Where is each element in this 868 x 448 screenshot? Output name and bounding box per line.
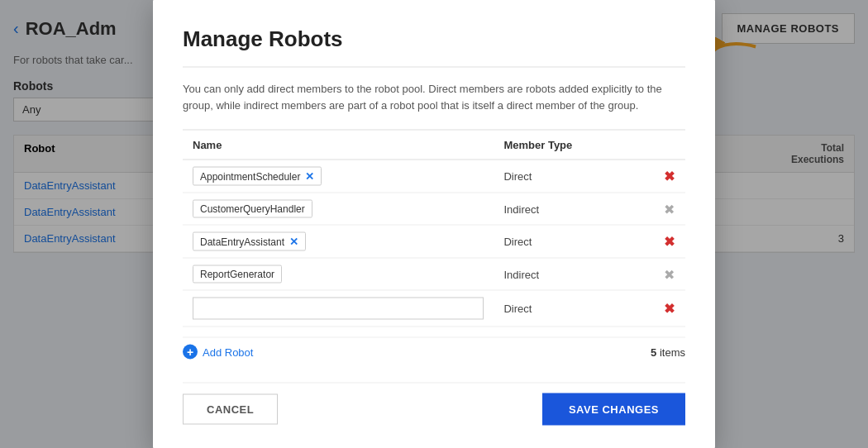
robot-tag-4: ReportGenerator [193, 265, 282, 284]
table-row: CustomerQueryHandler Indirect ✖ [183, 193, 685, 225]
add-robot-link[interactable]: + Add Robot [183, 345, 253, 360]
cancel-button[interactable]: CANCEL [183, 394, 278, 425]
tag-remove-icon-1[interactable]: ✕ [305, 170, 314, 183]
robot-name-cell-3: DataEntryAssistant ✕ [183, 225, 494, 258]
table-row: AppointmentScheduler ✕ Direct ✖ [183, 160, 685, 193]
robot-name-cell-4: ReportGenerator [183, 258, 494, 290]
member-type-cell-3: Direct [494, 225, 652, 258]
col-member-type-header: Member Type [494, 130, 652, 160]
member-type-cell-1: Direct [494, 160, 652, 193]
modal-title: Manage Robots [183, 26, 685, 52]
robot-tag-2: CustomerQueryHandler [193, 200, 312, 218]
robot-tag-label-4: ReportGenerator [200, 269, 274, 280]
remove-cell-1: ✖ [652, 160, 685, 193]
remove-button-1[interactable]: ✖ [664, 169, 675, 183]
modal-footer: CANCEL SAVE CHANGES [183, 383, 685, 426]
modal-description: You can only add direct members to the r… [183, 81, 685, 113]
save-changes-button[interactable]: SAVE CHANGES [542, 393, 685, 426]
tag-remove-icon-3[interactable]: ✕ [289, 236, 298, 248]
modal-divider [183, 67, 685, 68]
remove-cell-4: ✖ [652, 258, 685, 290]
robot-name-cell-5 [183, 290, 494, 326]
robot-name-cell-1: AppointmentScheduler ✕ [183, 160, 494, 193]
col-name-header: Name [183, 130, 494, 160]
table-row: ReportGenerator Indirect ✖ [183, 258, 685, 290]
table-row: DataEntryAssistant ✕ Direct ✖ [183, 225, 685, 258]
robot-name-cell-2: CustomerQueryHandler [183, 193, 494, 225]
remove-button-3[interactable]: ✖ [664, 235, 675, 249]
remove-cell-3: ✖ [652, 225, 685, 258]
robot-tag-label-2: CustomerQueryHandler [200, 203, 305, 215]
robot-tag-label-3: DataEntryAssistant [200, 236, 284, 247]
manage-robots-modal: Manage Robots You can only add direct me… [153, 0, 715, 448]
member-type-cell-2: Indirect [494, 193, 652, 225]
robot-tag-label-1: AppointmentScheduler [200, 170, 300, 182]
remove-button-2: ✖ [664, 202, 675, 216]
add-robot-label: Add Robot [203, 346, 253, 358]
table-footer: + Add Robot 5 items [183, 337, 685, 366]
robots-table: Name Member Type AppointmentScheduler ✕ … [183, 130, 685, 327]
member-type-cell-4: Indirect [494, 258, 652, 290]
remove-cell-5: ✖ [652, 290, 685, 326]
table-row: Direct ✖ [183, 290, 685, 326]
remove-button-5[interactable]: ✖ [664, 302, 675, 316]
robot-tag-1: AppointmentScheduler ✕ [193, 167, 322, 186]
robot-name-input-5[interactable] [193, 298, 484, 320]
items-count: 5 items [651, 346, 685, 358]
member-type-cell-5: Direct [494, 290, 652, 326]
col-remove-header [652, 130, 685, 160]
remove-button-4: ✖ [664, 267, 675, 281]
remove-cell-2: ✖ [652, 193, 685, 225]
add-robot-icon: + [183, 345, 198, 360]
robot-tag-3: DataEntryAssistant ✕ [193, 232, 306, 251]
